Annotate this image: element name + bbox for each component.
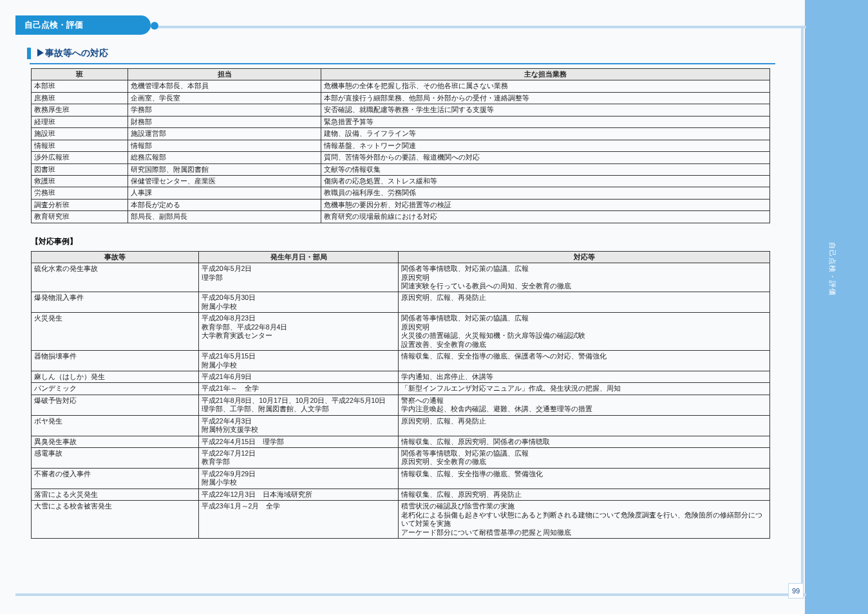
section-title: ▶事故等への対応	[36, 48, 108, 59]
table-cell: 調査分析班	[32, 199, 128, 210]
table-cell: 経理班	[32, 116, 128, 127]
table-cell: 爆破予告対応	[32, 395, 199, 415]
table-cell: 施設班	[32, 128, 128, 140]
table-row: 異臭発生事故平成22年4月15日 理学部情報収集、広報、原因究明、関係者の事情聴…	[32, 436, 770, 447]
table-cell: 施設運営部	[128, 128, 321, 140]
table-cell: 庶務班	[32, 92, 128, 104]
bottom-rule	[15, 593, 806, 596]
table-cell: 危機事態の要因分析、対応措置等の検証	[321, 199, 770, 210]
table-row: 硫化水素の発生事故平成20年5月2日理学部関係者等事情聴取、対応策の協議、広報原…	[32, 263, 770, 292]
table-cell: 原因究明、広報、再発防止	[399, 415, 770, 436]
table-row: 感電事故平成22年7月12日教育学部関係者等事情聴取、対応策の協議、広報原因究明…	[32, 448, 770, 469]
table-cell: 情報収集、広報、安全指導の徹底、警備強化	[399, 468, 770, 488]
tab-dot-icon	[151, 22, 158, 30]
table-cell: 質問、苦情等外部からの要請、報道機関への対応	[321, 152, 770, 163]
table-cell: 本部長が定める	[128, 199, 321, 210]
table-cell: 建物、設備、ライフライン等	[321, 128, 770, 140]
table-cell: 総務広報部	[128, 152, 321, 163]
table-cell: 関係者等事情聴取、対応策の協議、広報原因究明火災後の措置確認、火災報知機・防火扉…	[399, 313, 770, 351]
table-row: 大雪による校舎被害発生平成23年1月～2月 全学積雪状況の確認及び除雪作業の実施…	[32, 501, 770, 539]
content: ▶事故等への対応 班 担当 主な担当業務 本部班危機管理本部長、本部員危機事態の…	[27, 40, 787, 539]
right-inner-rule	[801, 26, 804, 586]
table-cell: 教育研究の現場最前線における対応	[321, 211, 770, 223]
table-cell: 図書班	[32, 163, 128, 175]
table-cell: 救護班	[32, 175, 128, 187]
table-cell: 平成23年1月～2月 全学	[199, 501, 399, 539]
table-row: 教育研究班部局長、副部局長教育研究の現場最前線における対応	[32, 211, 770, 223]
table-cell: パンデミック	[32, 383, 199, 395]
table-row: 図書班研究国際部、附属図書館文献等の情報収集	[32, 163, 770, 175]
table-cell: 感電事故	[32, 448, 199, 469]
table-cell: 平成21年8月8日、10月17日、10月20日、平成22年5月10日理学部、工学…	[199, 395, 399, 415]
table-cell: 本部班	[32, 80, 128, 92]
table-cell: 教育研究班	[32, 211, 128, 223]
table-cell: 情報班	[32, 140, 128, 151]
table-cell: 渉外広報班	[32, 152, 128, 163]
table-header-row: 班 担当 主な担当業務	[32, 69, 770, 80]
table-cell: 不審者の侵入事件	[32, 468, 199, 488]
page-root: 自己点検・評価 自己点検・評価 ▶事故等への対応 班 担当 主な担当業務 本部班…	[0, 0, 868, 614]
table-cell: ボヤ発生	[32, 415, 199, 436]
table-cell: 危機事態の全体を把握し指示、その他各班に属さない業務	[321, 80, 770, 92]
table-cell: 保健管理センター、産業医	[128, 175, 321, 187]
table-cell: 平成22年9月29日附属小学校	[199, 468, 399, 488]
table-cell: 硫化水素の発生事故	[32, 263, 199, 292]
table-cell: 傷病者の応急処置、ストレス緩和等	[321, 175, 770, 187]
table-row: 情報班情報部情報基盤、ネットワーク関連	[32, 140, 770, 151]
table-cell: 爆発物混入事件	[32, 292, 199, 313]
right-sidebar	[805, 0, 868, 614]
table-cell: 平成20年5月2日理学部	[199, 263, 399, 292]
th2-0: 事故等	[32, 251, 199, 263]
table-cell: 企画室、学長室	[128, 92, 321, 104]
incident-table: 事故等 発生年月日・部局 対応等 硫化水素の発生事故平成20年5月2日理学部関係…	[31, 251, 770, 539]
th2-2: 対応等	[399, 251, 770, 263]
table-cell: 人事課	[128, 187, 321, 199]
table-row: 落雷による火災発生平成22年12月3日 日本海域研究所情報収集、広報、原因究明、…	[32, 488, 770, 500]
table-cell: 警察への通報学内注意喚起、校舎内確認、避難、休講、交通整理等の措置	[399, 395, 770, 415]
table-cell: 平成21年5月15日附属小学校	[199, 351, 399, 371]
table-cell: 麻しん（はしか）発生	[32, 371, 199, 382]
table-cell: 教職員の福利厚生、労務関係	[321, 187, 770, 199]
table-cell: 平成20年8月23日教育学部、平成22年8月4日大学教育実践センター	[199, 313, 399, 351]
table-row: 爆破予告対応平成21年8月8日、10月17日、10月20日、平成22年5月10日…	[32, 395, 770, 415]
table-row: 庶務班企画室、学長室本部が直接行う細部業務、他部局・外部からの受付・連絡調整等	[32, 92, 770, 104]
table-row: パンデミック平成21年～ 全学「新型インフルエンザ対応マニュアル」作成。発生状況…	[32, 383, 770, 395]
table-cell: 平成22年7月12日教育学部	[199, 448, 399, 469]
table-cell: 緊急措置予算等	[321, 116, 770, 127]
page-number-value: 99	[792, 587, 800, 595]
section-marker-icon	[27, 48, 31, 59]
table-row: 器物損壊事件平成21年5月15日附属小学校情報収集、広報、安全指導の徹底、保護者…	[32, 351, 770, 371]
side-label: 自己点検・評価	[827, 242, 837, 296]
table-row: 麻しん（はしか）発生平成21年6月9日学内通知、出席停止、休講等	[32, 371, 770, 382]
subhead: 【対応事例】	[31, 236, 787, 247]
table-row: 教務厚生班学務部安否確認、就職配慮等教務・学生生活に関する支援等	[32, 104, 770, 116]
table-cell: 大雪による校舎被害発生	[32, 501, 199, 539]
org-table: 班 担当 主な担当業務 本部班危機管理本部長、本部員危機事態の全体を把握し指示、…	[31, 68, 770, 223]
table-row: ボヤ発生平成22年4月3日附属特別支援学校原因究明、広報、再発防止	[32, 415, 770, 436]
table-row: 経理班財務部緊急措置予算等	[32, 116, 770, 127]
table-cell: 「新型インフルエンザ対応マニュアル」作成。発生状況の把握、周知	[399, 383, 770, 395]
table-cell: 平成22年12月3日 日本海域研究所	[199, 488, 399, 500]
table-cell: 原因究明、広報、再発防止	[399, 292, 770, 313]
table-cell: 異臭発生事故	[32, 436, 199, 447]
table-cell: 部局長、副部局長	[128, 211, 321, 223]
table-row: 救護班保健管理センター、産業医傷病者の応急処置、ストレス緩和等	[32, 175, 770, 187]
table-header-row: 事故等 発生年月日・部局 対応等	[32, 251, 770, 263]
section-rule	[30, 63, 775, 64]
th2-1: 発生年月日・部局	[199, 251, 399, 263]
table-cell: 文献等の情報収集	[321, 163, 770, 175]
table-cell: 安否確認、就職配慮等教務・学生生活に関する支援等	[321, 104, 770, 116]
table-cell: 平成21年6月9日	[199, 371, 399, 382]
table-row: 施設班施設運営部建物、設備、ライフライン等	[32, 128, 770, 140]
th-1: 担当	[128, 69, 321, 80]
table-cell: 情報収集、広報、原因究明、再発防止	[399, 488, 770, 500]
table-cell: 平成22年4月3日附属特別支援学校	[199, 415, 399, 436]
table-cell: 落雷による火災発生	[32, 488, 199, 500]
table-row: 火災発生平成20年8月23日教育学部、平成22年8月4日大学教育実践センター関係…	[32, 313, 770, 351]
table-row: 労務班人事課教職員の福利厚生、労務関係	[32, 187, 770, 199]
table-cell: 学内通知、出席停止、休講等	[399, 371, 770, 382]
table-row: 本部班危機管理本部長、本部員危機事態の全体を把握し指示、その他各班に属さない業務	[32, 80, 770, 92]
table-cell: 情報収集、広報、原因究明、関係者の事情聴取	[399, 436, 770, 447]
table-cell: 情報部	[128, 140, 321, 151]
table-cell: 平成22年4月15日 理学部	[199, 436, 399, 447]
